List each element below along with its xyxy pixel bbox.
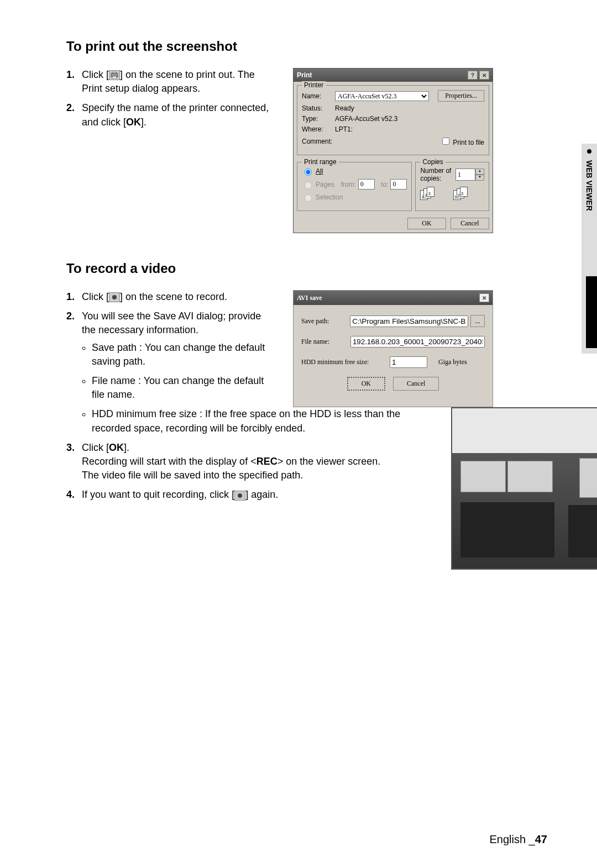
spin-up-icon[interactable]: ▲ (475, 169, 484, 175)
to-label: to: (381, 181, 388, 188)
text: Click [ (82, 69, 109, 80)
ok-text: OK (109, 442, 124, 453)
to-input[interactable] (390, 179, 407, 190)
comment-label: Comment: (302, 138, 335, 145)
hdd-unit: Giga bytes (438, 358, 467, 366)
s2-step1: Click [] on the scene to record. (80, 290, 276, 304)
section1-heading: To print out the screenshot (66, 39, 547, 54)
text: ] on the scene to record. (120, 291, 227, 302)
range-all-radio[interactable] (305, 169, 312, 176)
filename-label: File name: (301, 338, 350, 346)
browse-button[interactable]: ... (470, 315, 485, 327)
hdd-input[interactable] (390, 356, 427, 368)
record-icon (234, 491, 245, 501)
spin-down-icon[interactable]: ▼ (475, 175, 484, 181)
avi-ok-button[interactable]: OK (347, 377, 385, 391)
copies-label: Number of copies: (420, 167, 455, 182)
close-icon[interactable]: ✕ (479, 293, 489, 302)
footer-page: 47 (535, 833, 547, 845)
properties-button[interactable]: Properties... (438, 90, 484, 102)
status-label: Status: (302, 104, 335, 112)
page-footer: English _47 (489, 833, 547, 846)
text: The video file will be saved into the sp… (82, 470, 303, 481)
s2-step4: If you want to quit recording, click [] … (80, 488, 434, 502)
ptf-text: Print to file (453, 139, 484, 146)
text: You will see the Save AVI dialog; provid… (82, 311, 261, 335)
printer-group: Printer Name: AGFA-AccuSet v52.3 Propert… (297, 85, 489, 155)
print-cancel-button[interactable]: Cancel (451, 218, 489, 229)
where-value: LPT1: (335, 125, 353, 133)
section2-heading: To record a video (66, 261, 547, 276)
footer-lang: English _ (489, 833, 535, 845)
text: ]. (141, 117, 146, 128)
group-label: Printer (302, 81, 326, 89)
group-label: Copies (420, 158, 445, 166)
status-value: Ready (335, 104, 354, 112)
savepath-label: Save path: (301, 317, 350, 325)
text: Specify the name of the printer connecte… (82, 102, 269, 127)
collate-illustration: 123 123 (420, 187, 484, 203)
title-text: Print (297, 71, 312, 79)
help-icon[interactable]: ? (468, 71, 478, 80)
bullet-hdd: HDD minimum free size : If the free spac… (92, 407, 434, 435)
video-still: REC (451, 407, 597, 570)
print-dialog-title: Print ? ✕ (294, 69, 493, 82)
range-pages-radio[interactable] (305, 182, 312, 189)
copies-group: Copies Number of copies: ▲▼ 123 (415, 162, 489, 211)
name-label: Name: (302, 92, 335, 100)
svg-rect-2 (112, 76, 117, 78)
section2-steps: Click [] on the scene to record. You wil… (66, 290, 276, 402)
text: Click [ (82, 442, 109, 453)
bullet-icon (587, 149, 591, 154)
type-value: AGFA-AccuSet v52.3 (335, 115, 397, 123)
hdd-label: HDD minimum free size: (301, 358, 390, 366)
from-label: from: (341, 181, 355, 188)
pages-label: Pages (316, 181, 334, 188)
close-icon[interactable]: ✕ (479, 71, 489, 80)
avi-cancel-button[interactable]: Cancel (393, 377, 439, 391)
group-label: Print range (302, 158, 339, 166)
avi-title: AVI save ✕ (294, 291, 493, 305)
text: > on the viewer screen. (277, 456, 381, 467)
bullet-filename: File name : You can change the default f… (92, 374, 276, 402)
s2-step3: Click [OK]. Recording will start with th… (80, 441, 434, 483)
copies-spinner[interactable]: ▲▼ (455, 169, 484, 181)
text: ] again. (245, 489, 278, 500)
from-input[interactable] (358, 179, 375, 190)
s1-step1: Click [] on the scene to print out. The … (80, 68, 276, 96)
bullet-savepath: Save path : You can change the default s… (92, 341, 276, 369)
range-selection-radio[interactable] (305, 194, 312, 202)
print-to-file-check[interactable]: Print to file (440, 136, 484, 146)
side-tab-label: WEB VIEWER (585, 160, 594, 211)
section1-steps: Click [] on the scene to print out. The … (66, 68, 276, 129)
ok-text: OK (126, 117, 141, 128)
avi-save-dialog: AVI save ✕ Save path: ... File name: HDD… (293, 290, 493, 407)
print-dialog: Print ? ✕ Printer Name: AGFA-AccuSet v52… (293, 68, 493, 233)
type-label: Type: (302, 115, 335, 123)
copies-input[interactable] (455, 169, 475, 181)
printer-icon (109, 70, 120, 80)
record-icon (109, 292, 120, 302)
hdd-bullet-wrap: HDD minimum free size : If the free spac… (80, 407, 434, 435)
text: Click [ (82, 291, 109, 302)
printer-name-select[interactable]: AGFA-AccuSet v52.3 (335, 91, 429, 101)
print-ok-button[interactable]: OK (407, 218, 446, 229)
all-label: All (316, 167, 323, 175)
sel-label: Selection (316, 193, 343, 201)
title-text: AVI save (297, 294, 322, 302)
text: If you want to quit recording, click [ (82, 489, 234, 500)
print-range-group: Print range All Pages from: to: Selectio… (297, 162, 412, 211)
s2-step2: You will see the Save AVI dialog; provid… (80, 309, 276, 402)
s1-step2: Specify the name of the printer connecte… (80, 101, 276, 129)
filename-input[interactable] (350, 336, 485, 348)
rec-text: REC (256, 456, 277, 467)
text: Recording will start with the display of… (82, 456, 256, 467)
where-label: Where: (302, 125, 335, 133)
text: ]. (124, 442, 129, 453)
side-black-bar (586, 276, 597, 348)
savepath-input[interactable] (350, 315, 468, 327)
